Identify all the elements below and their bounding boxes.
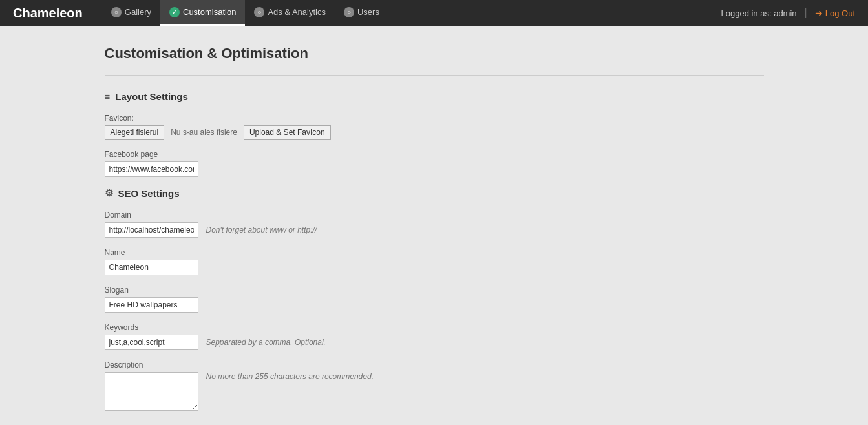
logout-button[interactable]: ➜ Log Out (815, 8, 855, 18)
domain-group: Domain Don't forget about www or http:// (105, 211, 764, 238)
layout-icon: ≡ (105, 91, 111, 102)
page-title: Customisation & Optimisation (105, 45, 764, 62)
nav-item-customisation[interactable]: ✓ Customisation (160, 0, 245, 26)
description-hint: No more than 255 characters are recommen… (206, 372, 374, 381)
domain-input[interactable] (105, 222, 198, 238)
upload-favicon-button[interactable]: Upload & Set FavIcon (244, 125, 331, 140)
choose-file-button[interactable]: Alegeti fisierul (105, 125, 165, 140)
favicon-row: Alegeti fisierul Nu s-au ales fisiere Up… (105, 125, 764, 140)
slogan-group: Slogan (105, 285, 764, 313)
slogan-label: Slogan (105, 285, 764, 295)
domain-hint: Don't forget about www or http:// (206, 225, 317, 234)
nav-item-ads[interactable]: ○ Ads & Analytics (245, 0, 335, 26)
logout-label: Log Out (825, 8, 855, 18)
nav-links: ○ Gallery ✓ Customisation ○ Ads & Analyt… (102, 0, 721, 26)
description-group: Description No more than 255 characters … (105, 360, 764, 411)
facebook-label: Facebook page (105, 150, 764, 159)
domain-row: Don't forget about www or http:// (105, 222, 764, 238)
keywords-input[interactable] (105, 335, 198, 350)
logged-in-text: Logged in as: admin (721, 8, 796, 18)
name-label: Name (105, 248, 764, 257)
keywords-row: Sepparated by a comma. Optional. (105, 335, 764, 350)
layout-heading-text: Layout Settings (115, 91, 188, 102)
favicon-label: Favicon: (105, 114, 764, 123)
logout-icon: ➜ (815, 8, 823, 18)
description-row: No more than 255 characters are recommen… (105, 372, 764, 411)
keywords-label: Keywords (105, 323, 764, 332)
seo-settings-heading: ⚙ SEO Settings (105, 187, 764, 199)
users-icon: ○ (344, 7, 354, 17)
nav-right: Logged in as: admin | ➜ Log Out (721, 7, 855, 19)
main-content: Customisation & Optimisation ≡ Layout Se… (79, 26, 790, 425)
nav-label-ads: Ads & Analytics (268, 7, 326, 17)
domain-label: Domain (105, 211, 764, 220)
nav-label-users: Users (357, 7, 379, 17)
name-group: Name (105, 248, 764, 275)
nav-item-gallery[interactable]: ○ Gallery (102, 0, 160, 26)
description-label: Description (105, 360, 764, 369)
nav-label-customisation: Customisation (183, 7, 236, 17)
seo-heading-text: SEO Settings (118, 188, 180, 199)
facebook-group: Facebook page (105, 150, 764, 177)
slogan-input[interactable] (105, 297, 198, 313)
layout-settings-heading: ≡ Layout Settings (105, 91, 764, 102)
nav-divider: | (805, 7, 807, 19)
name-input[interactable] (105, 260, 198, 275)
nav-item-users[interactable]: ○ Users (335, 0, 388, 26)
ads-icon: ○ (254, 7, 264, 17)
title-divider (105, 75, 764, 76)
keywords-hint: Sepparated by a comma. Optional. (206, 338, 326, 347)
facebook-input[interactable] (105, 161, 198, 177)
favicon-group: Favicon: Alegeti fisierul Nu s-au ales f… (105, 114, 764, 140)
description-textarea[interactable] (105, 372, 198, 411)
navbar: Chameleon ○ Gallery ✓ Customisation ○ Ad… (0, 0, 868, 26)
gallery-icon: ○ (111, 7, 122, 17)
nav-label-gallery: Gallery (125, 7, 151, 17)
seo-section: ⚙ SEO Settings Domain Don't forget about… (105, 187, 764, 425)
seo-icon: ⚙ (105, 187, 113, 199)
brand-logo[interactable]: Chameleon (13, 6, 83, 21)
no-file-text: Nu s-au ales fisiere (171, 128, 237, 137)
keywords-group: Keywords Sepparated by a comma. Optional… (105, 323, 764, 350)
customisation-icon: ✓ (169, 7, 180, 17)
